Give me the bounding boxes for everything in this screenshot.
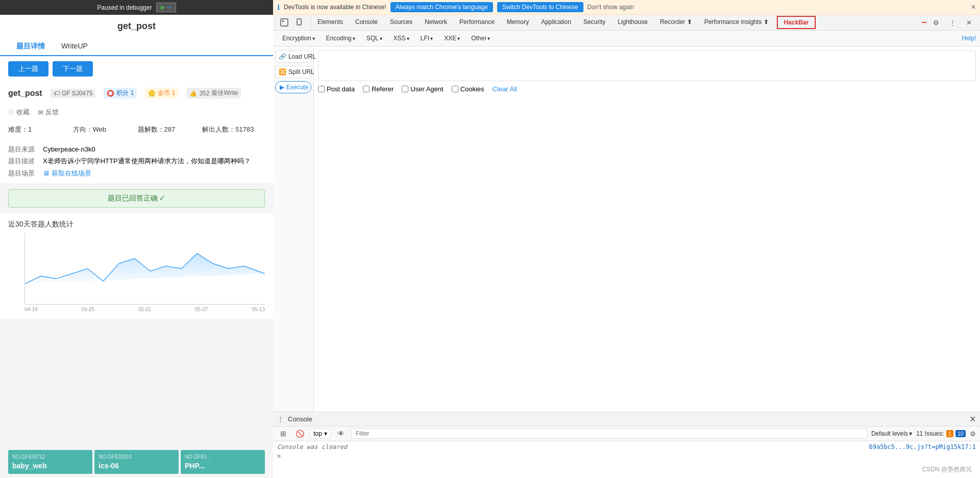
- console-eye-icon[interactable]: 👁: [335, 427, 347, 440]
- console-prompt[interactable]: >: [277, 452, 976, 460]
- menu-sql[interactable]: SQL ▾: [361, 33, 387, 44]
- info-grid: 难度：1 方向：Web 题解数：287 解出人数：51783: [0, 120, 273, 139]
- hackbar-content: Post data Referer User Agent Cookies C: [314, 46, 980, 412]
- chevron-down-icon: ▾: [380, 36, 382, 41]
- chevron-down-icon: ▾: [353, 36, 355, 41]
- hackbar-sidebar: 🔗 Load URL 🔀 Split URL ▶ Execute: [273, 46, 314, 412]
- url-input[interactable]: [318, 51, 976, 81]
- collect-link[interactable]: ♡ 收藏: [8, 108, 30, 117]
- success-banner: 题目已回答正确 ✓: [8, 189, 265, 208]
- close-console-button[interactable]: ✕: [969, 414, 976, 424]
- resume-button[interactable]: ▶ ⤼: [156, 3, 176, 12]
- default-levels-selector[interactable]: Default levels ▾: [871, 430, 912, 437]
- console-clear-icon[interactable]: 🚫: [293, 427, 306, 440]
- tab-network[interactable]: Network: [419, 15, 453, 30]
- execute-icon: ▶: [280, 84, 284, 91]
- referer-checkbox[interactable]: Referer: [363, 85, 394, 93]
- console-settings-icon[interactable]: ⚙: [970, 430, 976, 438]
- tab-hackbar[interactable]: HackBar: [777, 16, 816, 29]
- inspect-icon[interactable]: [277, 15, 291, 30]
- menu-xxe[interactable]: XXE ▾: [439, 33, 465, 44]
- solvers-label: 解出人数：51783: [202, 125, 265, 134]
- clear-all-button[interactable]: Clear All: [493, 85, 517, 93]
- switch-devtools-button[interactable]: Switch DevTools to Chinese: [497, 2, 583, 12]
- more-options-icon[interactable]: ⋮: [945, 15, 960, 30]
- tab-memory[interactable]: Memory: [501, 15, 535, 30]
- dont-show-link[interactable]: Don't show again: [587, 4, 634, 11]
- menu-other[interactable]: Other ▾: [466, 33, 495, 44]
- context-selector[interactable]: top ▾: [310, 429, 331, 439]
- menu-encryption[interactable]: Encryption ▾: [277, 33, 320, 44]
- settings-icon[interactable]: ⚙: [929, 15, 943, 30]
- menu-lfi[interactable]: LFI ▾: [415, 33, 438, 44]
- tab-performance[interactable]: Performance: [453, 15, 501, 30]
- cookies-check[interactable]: [452, 86, 458, 92]
- post-data-checkbox[interactable]: Post data: [318, 85, 355, 93]
- chevron-down-icon: ▾: [430, 36, 433, 41]
- bottom-card-3[interactable]: NO.GF8J... PHP...: [181, 450, 265, 474]
- menu-xss[interactable]: XSS ▾: [388, 33, 414, 44]
- tab-perf-insights[interactable]: Performance insights ⬆: [698, 15, 775, 30]
- split-url-button[interactable]: 🔀 Split URL: [275, 66, 311, 78]
- feedback-link[interactable]: ✉ 反馈: [38, 108, 59, 117]
- match-language-button[interactable]: Always match Chrome's language: [390, 2, 493, 12]
- cookies-checkbox[interactable]: Cookies: [452, 85, 484, 93]
- source-row: 题目来源 Cyberpeace-n3k0: [8, 143, 265, 155]
- console-content: Console was cleared 69a5bc5...9c.js?t=pM…: [273, 441, 980, 478]
- close-devtools-icon[interactable]: ✕: [962, 15, 976, 30]
- devtools-panel: ℹ DevTools is now available in Chinese! …: [273, 0, 980, 478]
- badge-gold: 🪙 金币 1: [145, 88, 178, 98]
- bottom-card-1[interactable]: NO.GF8J0712 baby_web: [8, 450, 92, 474]
- help-link[interactable]: Help!: [962, 35, 976, 42]
- tab-sources[interactable]: Sources: [384, 15, 419, 30]
- menu-encoding[interactable]: Encoding ▾: [321, 33, 360, 44]
- chart-section: 近30天答题人数统计 70 60 50 40 30 20 10 0: [0, 214, 273, 318]
- console-filter-input[interactable]: [351, 429, 867, 439]
- tab-security[interactable]: Security: [577, 15, 611, 30]
- console-title: Console: [288, 415, 312, 423]
- chevron-down-icon: ▾: [457, 36, 460, 41]
- tab-recorder[interactable]: Recorder ⬆: [654, 15, 698, 30]
- action-row: ♡ 收藏 ✉ 反馈: [0, 105, 273, 120]
- console-toolbar: ⋮ Console ✕: [273, 412, 980, 426]
- close-notification-button[interactable]: ✕: [971, 4, 976, 11]
- load-url-button[interactable]: 🔗 Load URL: [275, 51, 311, 63]
- csdn-watermark: CSDN @墨然师兄: [922, 465, 972, 474]
- tab-lighthouse[interactable]: Lighthouse: [611, 15, 654, 30]
- execute-button[interactable]: ▶ Execute: [275, 81, 311, 93]
- user-agent-checkbox[interactable]: User Agent: [402, 85, 443, 93]
- context-chevron-icon: ▾: [324, 430, 327, 437]
- tab-bar: 题目详情 WriteUP: [0, 38, 273, 56]
- resume-icon: ▶: [161, 4, 165, 11]
- chart-container: [24, 233, 265, 305]
- link-icon: 🔗: [279, 53, 286, 60]
- scene-link[interactable]: 🖥 获取在线场景: [43, 167, 91, 179]
- x-labels: 04-19 04-25 05-01 05-07 05-13: [24, 305, 265, 312]
- console-section: ⋮ Console ✕ ⊞ 🚫 top ▾ 👁 Default levels ▾: [273, 412, 980, 478]
- hackbar-section: Encryption ▾ Encoding ▾ SQL ▾ XSS ▾ LFI …: [273, 31, 980, 478]
- prev-problem-button[interactable]: 上一题: [8, 61, 48, 77]
- tab-writeup[interactable]: WriteUP: [53, 38, 96, 56]
- issues-badge[interactable]: 11 Issues: 1 10: [916, 430, 966, 437]
- split-icon: 🔀: [279, 68, 286, 76]
- user-agent-check[interactable]: [402, 86, 408, 92]
- dt-icons: [273, 15, 311, 30]
- tab-application[interactable]: Application: [535, 15, 577, 30]
- bottom-cards: NO.GF8J0712 baby_web NO.GF8J0333 ics-06 …: [0, 446, 273, 478]
- post-data-check[interactable]: [318, 86, 325, 92]
- device-toggle-icon[interactable]: [292, 15, 307, 30]
- chevron-down-icon: ▾: [487, 36, 490, 41]
- chevron-down-icon: ▾: [312, 36, 315, 41]
- console-drag-handle[interactable]: ⋮: [277, 415, 284, 423]
- tab-problem-detail[interactable]: 题目详情: [8, 38, 53, 56]
- referer-check[interactable]: [363, 86, 370, 92]
- console-source-link[interactable]: 69a5bc5...9c.js?t=pMig15k17:1: [869, 443, 976, 450]
- tab-elements[interactable]: Elements: [311, 15, 349, 30]
- console-toggle-sidebar-icon[interactable]: ⊞: [277, 427, 289, 440]
- badge-score: ⭕ 积分 1: [104, 88, 137, 98]
- next-problem-button[interactable]: 下一题: [53, 61, 93, 77]
- bottom-card-2[interactable]: NO.GF8J0333 ics-06: [94, 450, 179, 474]
- hackbar-main: 🔗 Load URL 🔀 Split URL ▶ Execute: [273, 46, 980, 412]
- tab-console[interactable]: Console: [349, 15, 384, 30]
- hackbar-menu: Encryption ▾ Encoding ▾ SQL ▾ XSS ▾ LFI …: [273, 31, 980, 46]
